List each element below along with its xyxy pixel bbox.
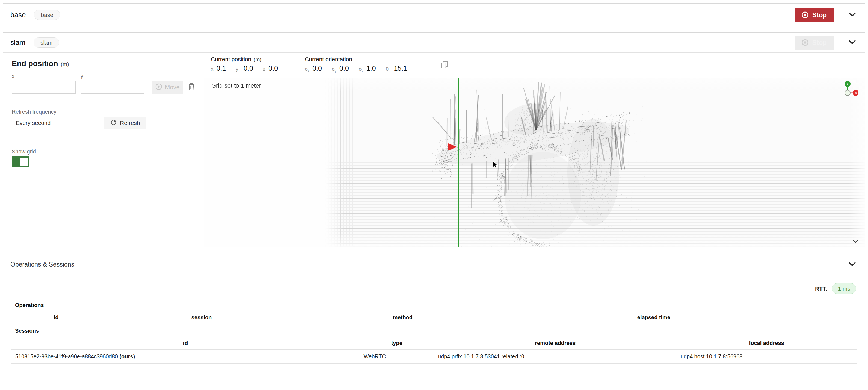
- show-grid-label: Show grid: [12, 149, 196, 154]
- trash-icon: [188, 87, 195, 91]
- refresh-row: Refresh: [12, 117, 196, 129]
- table-cell: WebRTC: [360, 350, 434, 363]
- base-stop-button[interactable]: Stop: [795, 8, 834, 22]
- move-button-disabled[interactable]: Move: [152, 81, 183, 94]
- operations-section-label: Operations: [15, 302, 857, 308]
- map-scroll-down-button[interactable]: [852, 239, 859, 244]
- table-cell: 510815e2-93be-41f9-a90e-a884c3960d80 (ou…: [11, 350, 360, 363]
- end-position-form: End position(m) x y Move: [3, 53, 204, 247]
- axes-gizmo[interactable]: Y X: [840, 80, 859, 98]
- x-field-label: x: [12, 73, 75, 79]
- robot-pose-marker: [448, 143, 457, 150]
- table-cell: udp4 host 10.1.7.8:56968: [677, 350, 857, 363]
- stop-icon: [801, 11, 809, 19]
- slam-map-column: Current position(m) x0.1y-0.0z0.0 Curren…: [204, 53, 865, 247]
- current-position-group: Current position(m) x0.1y-0.0z0.0: [211, 56, 288, 72]
- telemetry-value: -15.1: [392, 64, 407, 72]
- chevron-down-icon: [848, 12, 857, 18]
- current-orientation-label: Current orientation: [305, 56, 417, 63]
- table-column-header: id: [11, 337, 360, 350]
- telemetry-pair: ox0.0: [305, 64, 322, 73]
- base-type-chip: base: [34, 10, 60, 20]
- slam-stop-label: Stop: [812, 39, 827, 47]
- copy-pose-button[interactable]: [440, 60, 449, 70]
- chevron-down-icon: [848, 261, 857, 268]
- copy-icon: [440, 66, 449, 70]
- rtt-label: RTT:: [815, 286, 828, 292]
- operations-sessions-panel: Operations & Sessions RTT: 1 ms Operatio…: [3, 254, 865, 376]
- current-position-values: x0.1y-0.0z0.0: [211, 64, 288, 72]
- refresh-frequency-label: Refresh frequency: [12, 109, 196, 114]
- page: base base Stop slam slam Stop: [0, 0, 868, 376]
- operations-table-header-row: idsessionmethodelapsed time: [11, 311, 857, 324]
- y-field-label: y: [81, 73, 145, 79]
- x-field-group: x: [12, 73, 75, 94]
- grid-scale-caption: Grid set to 1 meter: [211, 82, 261, 89]
- telemetry-pair: oz1.0: [359, 64, 376, 73]
- stop-icon: [801, 39, 809, 46]
- rtt-badge: 1 ms: [832, 283, 856, 294]
- refresh-frequency-select[interactable]: [12, 117, 100, 129]
- y-input[interactable]: [81, 81, 145, 94]
- telemetry-axis-label: x: [211, 66, 214, 72]
- play-circle-icon: [155, 83, 162, 92]
- slam-panel-body: End position(m) x y Move: [3, 53, 865, 247]
- refresh-button[interactable]: Refresh: [104, 117, 146, 129]
- current-orientation-group: Current orientation ox0.0oy0.0oz1.0θ-15.…: [305, 56, 417, 73]
- telemetry-pair: y-0.0: [236, 64, 253, 72]
- gizmo-x-label: X: [855, 91, 857, 95]
- toggle-knob: [21, 157, 28, 166]
- slam-type-chip: slam: [34, 37, 59, 48]
- sessions-table: idtyperemote addresslocal address 510815…: [11, 337, 857, 363]
- table-cell: udp4 prflx 10.1.7.8:53041 related :0: [434, 350, 677, 363]
- telemetry-axis-label: ox: [305, 66, 309, 73]
- current-orientation-values: ox0.0oy0.0oz1.0θ-15.1: [305, 64, 417, 73]
- x-input[interactable]: [12, 81, 75, 94]
- slam-panel: slam slam Stop End position(m) x: [3, 32, 865, 247]
- table-column-header: id: [11, 311, 101, 324]
- delete-end-position-button[interactable]: [187, 82, 196, 93]
- telemetry-axis-label: y: [236, 66, 238, 72]
- y-field-group: y: [81, 73, 145, 94]
- operations-sessions-collapse-button[interactable]: [847, 260, 858, 269]
- table-column-header: elapsed time: [503, 311, 804, 324]
- slam-pointcloud-canvas: [204, 78, 865, 247]
- slam-panel-header: slam slam Stop: [3, 32, 865, 53]
- telemetry-value: -0.0: [241, 64, 253, 72]
- gizmo-y-label: Y: [846, 82, 849, 86]
- telemetry-axis-label: θ: [386, 66, 389, 72]
- table-column-header: method: [302, 311, 503, 324]
- slam-collapse-button[interactable]: [847, 38, 858, 47]
- end-position-unit: (m): [61, 61, 69, 67]
- telemetry-value: 0.0: [312, 64, 322, 72]
- table-column-header: local address: [677, 337, 857, 350]
- refresh-icon: [110, 119, 117, 127]
- map-x-axis-line: [204, 147, 865, 147]
- gizmo-origin: [845, 90, 850, 96]
- telemetry-pair: θ-15.1: [386, 64, 407, 72]
- end-position-heading: End position(m): [12, 59, 196, 68]
- base-panel-header: base base Stop: [3, 4, 865, 26]
- telemetry-pair: x0.1: [211, 64, 226, 72]
- end-position-heading-text: End position: [12, 59, 58, 68]
- table-column-header: remote address: [434, 337, 677, 350]
- telemetry-value: 1.0: [366, 64, 376, 72]
- telemetry-axis-label: oy: [332, 66, 336, 73]
- chevron-down-icon: [852, 240, 859, 244]
- telemetry-axis-label: z: [263, 66, 266, 72]
- move-button-label: Move: [165, 84, 180, 91]
- slam-panel-title: slam: [10, 38, 25, 47]
- base-collapse-button[interactable]: [847, 11, 858, 19]
- table-column-header: type: [360, 337, 434, 350]
- chevron-down-icon: [848, 39, 857, 46]
- end-position-inputs-row: x y Move: [12, 73, 196, 94]
- telemetry-axis-label: oz: [359, 66, 364, 73]
- slam-stop-button-disabled[interactable]: Stop: [795, 35, 834, 50]
- telemetry-value: 0.0: [269, 64, 278, 72]
- show-grid-toggle[interactable]: [12, 156, 29, 167]
- current-position-unit: (m): [254, 57, 261, 62]
- base-panel-title: base: [10, 11, 26, 19]
- table-column-header: [804, 311, 857, 324]
- current-position-label-text: Current position: [211, 56, 251, 62]
- slam-map-viewport[interactable]: Grid set to 1 meter Y X: [204, 78, 865, 247]
